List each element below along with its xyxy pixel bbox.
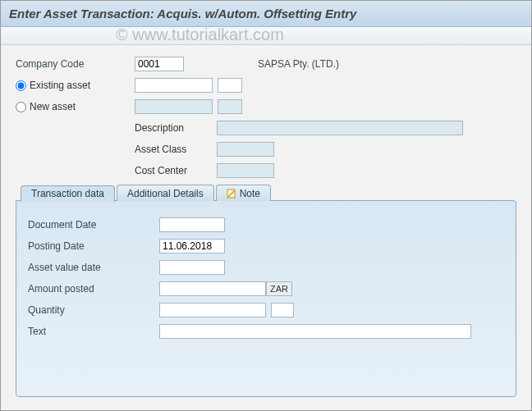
toolbar-strip xyxy=(1,27,531,45)
asset-class-row: Asset Class xyxy=(16,140,516,158)
asset-class-input xyxy=(217,142,274,157)
existing-asset-radio-wrap[interactable]: Existing asset xyxy=(16,80,135,91)
posting-date-row: Posting Date xyxy=(28,237,504,255)
new-asset-main-input xyxy=(135,99,213,114)
new-asset-row: New asset xyxy=(16,98,516,116)
description-row: Description xyxy=(16,119,516,137)
company-code-label: Company Code xyxy=(16,58,135,70)
asset-value-date-row: Asset value date xyxy=(28,258,504,276)
existing-asset-radio[interactable] xyxy=(16,80,26,91)
cost-center-label: Cost Center xyxy=(135,165,217,176)
text-row: Text xyxy=(28,322,504,340)
tab-panel-transaction-data: Document Date Posting Date Asset value d… xyxy=(16,200,516,397)
company-name-text: SAPSA Pty. (LTD.) xyxy=(258,58,339,70)
existing-asset-main-input[interactable] xyxy=(135,78,213,93)
quantity-label: Quantity xyxy=(28,304,159,316)
new-asset-label: New asset xyxy=(30,101,76,112)
new-asset-sub-input xyxy=(218,99,242,114)
amount-posted-row: Amount posted ZAR xyxy=(28,280,504,298)
text-input[interactable] xyxy=(159,324,471,339)
text-label: Text xyxy=(28,326,159,337)
description-input xyxy=(217,121,463,135)
amount-posted-input[interactable] xyxy=(159,281,266,296)
asset-value-date-label: Asset value date xyxy=(28,262,159,273)
amount-posted-label: Amount posted xyxy=(28,283,159,295)
currency-display: ZAR xyxy=(266,281,292,296)
posting-date-input[interactable] xyxy=(159,239,225,253)
tabstrip: Transaction data Additional Details Note… xyxy=(16,185,516,397)
note-icon xyxy=(227,189,236,199)
posting-date-label: Posting Date xyxy=(28,240,159,252)
tab-note[interactable]: Note xyxy=(216,185,271,201)
new-asset-radio-wrap[interactable]: New asset xyxy=(16,101,135,112)
quantity-input[interactable] xyxy=(159,303,266,317)
quantity-unit-input[interactable] xyxy=(271,303,294,317)
company-code-row: Company Code SAPSA Pty. (LTD.) xyxy=(16,55,516,73)
new-asset-radio[interactable] xyxy=(16,102,26,112)
document-date-input[interactable] xyxy=(159,217,225,232)
tab-additional-details[interactable]: Additional Details xyxy=(117,185,214,201)
cost-center-input xyxy=(217,163,274,178)
document-date-row: Document Date xyxy=(28,216,504,234)
existing-asset-row: Existing asset xyxy=(16,76,516,94)
company-code-input[interactable] xyxy=(135,57,184,71)
existing-asset-label: Existing asset xyxy=(30,80,90,91)
description-label: Description xyxy=(135,122,217,134)
cost-center-row: Cost Center xyxy=(16,162,516,180)
quantity-row: Quantity xyxy=(28,301,504,319)
existing-asset-sub-input[interactable] xyxy=(218,78,242,93)
asset-value-date-input[interactable] xyxy=(159,260,225,275)
asset-class-label: Asset Class xyxy=(135,144,217,155)
tab-transaction-data[interactable]: Transaction data xyxy=(21,185,115,202)
document-date-label: Document Date xyxy=(28,219,159,231)
tab-note-label: Note xyxy=(240,188,260,199)
window-title: Enter Asset Transaction: Acquis. w/Autom… xyxy=(1,1,531,27)
tabs-bar: Transaction data Additional Details Note xyxy=(16,185,516,201)
